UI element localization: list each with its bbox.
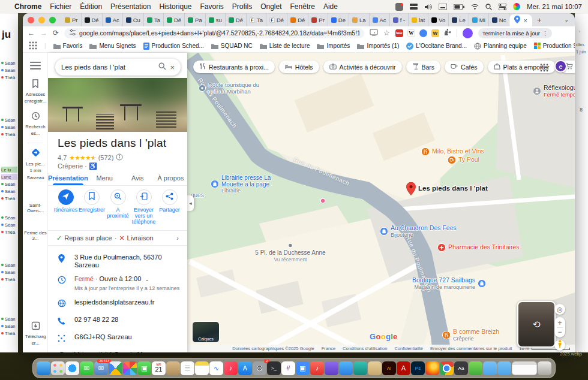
dock-app-sand[interactable] — [368, 361, 382, 375]
menubar-clock[interactable]: Mer. 21 mai 10:07 — [527, 3, 582, 10]
dock-photos[interactable] — [123, 361, 137, 375]
map-filter-chip[interactable]: Cafés — [445, 61, 483, 73]
attribution-link[interactable]: France — [322, 346, 335, 351]
browser-tab[interactable]: Dé — [164, 13, 185, 26]
cast-icon[interactable] — [370, 28, 378, 38]
wifi-icon[interactable] — [471, 2, 479, 11]
update-chrome-button[interactable]: Terminer la mise à jour ⋮ — [478, 28, 553, 38]
panel-tab[interactable]: Présentation — [48, 170, 88, 185]
place-photo[interactable] — [48, 78, 187, 132]
menubar-menu[interactable]: Favoris — [200, 2, 223, 11]
detail-row[interactable]: 3 Rue du Poulmenach, 56370 Sarzeau — [48, 251, 187, 272]
dock-reminders[interactable]: ☰ — [181, 361, 194, 375]
rail-item[interactable]: Les pie... 1 min — [23, 147, 48, 173]
maximize-window-button[interactable] — [49, 17, 56, 23]
action-button[interactable]: Envoyer vers un téléphone — [131, 189, 157, 225]
map-filter-chip[interactable]: Bars — [406, 61, 441, 73]
meet-status-icon[interactable] — [395, 2, 403, 11]
rail-item[interactable] — [23, 61, 48, 72]
dock-downloads-folder[interactable] — [483, 361, 497, 375]
window-controls[interactable] — [28, 17, 56, 23]
rail-item[interactable]: Ferme des 3... — [23, 230, 48, 241]
dock-app-store[interactable]: A — [238, 361, 252, 375]
bookmark-star-icon[interactable]: ☆ — [383, 29, 390, 37]
window-stack-icon[interactable] — [410, 2, 418, 11]
dock-firefox[interactable] — [425, 361, 439, 375]
extensions-puzzle-icon[interactable] — [443, 28, 451, 38]
browser-tab[interactable]: lat — [409, 13, 428, 26]
my-location-button[interactable]: ◎ — [554, 304, 565, 315]
dock-documents-folder[interactable] — [497, 361, 511, 375]
dock-media-red[interactable]: ♪ — [310, 361, 324, 375]
browser-tab[interactable]: Dé — [82, 13, 103, 26]
google-apps-grid-icon[interactable] — [540, 64, 548, 74]
rating-count[interactable]: (572) — [98, 154, 114, 161]
search-value[interactable]: Les pieds dans l 'plat — [61, 64, 155, 71]
close-tab-icon[interactable]: × — [523, 17, 527, 24]
browser-tab[interactable]: Mi — [469, 13, 489, 26]
category-label[interactable]: Crêperie — [58, 162, 83, 170]
attribution-link[interactable]: Conditions d'utilisation — [343, 346, 387, 351]
menubar-app-name[interactable]: Chrome — [14, 2, 41, 11]
dock-maps[interactable] — [109, 361, 122, 375]
dock-contacts[interactable] — [166, 361, 180, 375]
forward-button[interactable]: → — [40, 29, 47, 37]
extension-blue-icon[interactable] — [419, 29, 427, 37]
rail-item[interactable]: Recherch es... — [23, 111, 48, 136]
rail-item[interactable]: Adresses enregistr... — [23, 79, 48, 104]
zoom-out-button[interactable]: − — [557, 328, 562, 336]
browser-tab[interactable]: Vo — [428, 13, 449, 26]
browser-tab[interactable]: Pr — [308, 13, 328, 26]
menubar-menu[interactable]: Aide — [323, 2, 338, 11]
browser-tab[interactable]: Ac — [370, 13, 390, 26]
dock-finder[interactable] — [37, 361, 50, 375]
clear-search-icon[interactable]: × — [170, 63, 175, 72]
map-poi[interactable] — [320, 198, 328, 204]
menubar-menu[interactable]: Profils — [232, 2, 252, 11]
panel-tab[interactable]: Menu — [88, 170, 121, 185]
active-tab-google-maps[interactable]: × — [509, 14, 532, 26]
zoom-in-button[interactable]: + — [557, 319, 562, 327]
dock-app-teal[interactable] — [353, 361, 367, 375]
attribution-link[interactable]: Envoyer des commentaires sur le produit — [430, 346, 512, 351]
rail-item[interactable]: Télécharg er... — [23, 321, 48, 346]
profile-avatar[interactable] — [463, 28, 473, 38]
map-poi[interactable]: B comme Breizh Crêperie — [442, 328, 499, 342]
extension-w-icon[interactable]: W — [407, 29, 415, 37]
volume-icon[interactable] — [424, 2, 432, 11]
map-poi[interactable]: Librairie presse La Mouette à la page Li… — [211, 174, 286, 194]
bookmark-item[interactable]: Menu Signets — [89, 43, 136, 50]
action-button[interactable]: À proximité — [105, 189, 131, 225]
layers-button[interactable]: Calques — [192, 321, 220, 343]
browser-tab[interactable]: f - — [390, 13, 409, 26]
siri-icon[interactable] — [513, 2, 520, 11]
map-canvas[interactable]: Restaurants à proxi... Hôtels Activités … — [187, 53, 575, 352]
browser-tab[interactable]: De — [328, 13, 349, 26]
map-poi[interactable]: Réflexologue Fermé temporai — [533, 85, 575, 98]
account-avatar[interactable]: e — [554, 60, 567, 73]
dock-music[interactable]: ♪ — [224, 361, 238, 375]
dock-freeform[interactable]: ∿ — [209, 361, 223, 375]
map-poi[interactable]: Route touristique du golf du Morbihan — [199, 82, 266, 95]
bookmark-item[interactable]: Importés (1) — [357, 43, 399, 50]
browser-tab[interactable]: Cu — [123, 13, 144, 26]
dock-app-purple[interactable] — [325, 361, 338, 375]
battery-icon[interactable] — [454, 2, 464, 11]
minimize-window-button[interactable] — [38, 17, 45, 23]
map-poi[interactable]: Boutique 727 Sailbags Magasin de maroqui… — [412, 277, 486, 290]
bookmark-item[interactable]: Production Sched... — [143, 43, 204, 50]
reload-button[interactable]: ⟳ — [53, 29, 59, 37]
browser-tab[interactable]: Pr — [62, 13, 82, 26]
action-button[interactable]: Enregistrer — [79, 189, 105, 225]
extension-crown-icon[interactable]: W — [431, 29, 439, 37]
map-poi[interactable]: Ty Poul — [448, 156, 479, 164]
chevron-right-icon[interactable]: › — [176, 234, 179, 242]
bookmark-item[interactable]: Favoris — [53, 43, 83, 50]
bookmark-item[interactable]: Importés — [317, 43, 350, 50]
map-poi[interactable]: Les pieds dans l 'plat — [406, 182, 488, 195]
address-bar[interactable]: google.com/maps/place/Les+pieds+dans+l+'… — [64, 28, 364, 38]
dock-trash[interactable] — [538, 361, 551, 375]
control-center-icon[interactable] — [499, 2, 506, 11]
dock-mail[interactable]: ✉ 26 513 — [94, 361, 108, 375]
dock-terminal[interactable]: >_ — [267, 361, 281, 375]
